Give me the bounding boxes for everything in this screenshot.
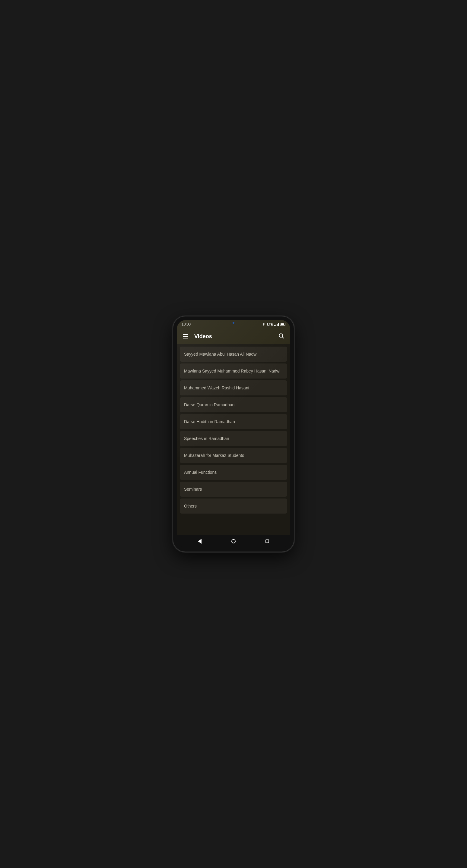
phone-shell: 10:00 LTE	[173, 316, 294, 552]
signal-bar-3	[276, 324, 278, 326]
search-icon	[278, 333, 284, 339]
battery-fill	[281, 323, 284, 325]
signal-bars	[274, 322, 279, 326]
list-item[interactable]: Annual Functions	[180, 465, 287, 480]
list-item-text: Darse Quran in Ramadhan	[184, 402, 234, 407]
list-item[interactable]: Muhammed Wazeh Rashid Hasani	[180, 380, 287, 396]
back-button[interactable]	[193, 536, 206, 546]
list-item[interactable]: Sayyed Mawlana Abul Hasan Ali Nadwi	[180, 347, 287, 362]
status-bar: 10:00 LTE	[177, 320, 290, 329]
nav-bar	[177, 535, 290, 548]
phone-screen: 10:00 LTE	[177, 320, 290, 548]
video-categories-list: Sayyed Mawlana Abul Hasan Ali NadwiMawla…	[177, 344, 290, 535]
list-item-text: Seminars	[184, 487, 202, 492]
camera-dot	[233, 322, 234, 324]
hamburger-line-2	[183, 336, 188, 337]
list-item-text: Darse Hadith in Ramadhan	[184, 419, 235, 424]
home-icon	[231, 539, 236, 544]
hamburger-line-1	[183, 334, 188, 335]
list-item[interactable]: Darse Hadith in Ramadhan	[180, 414, 287, 429]
lte-label: LTE	[267, 323, 273, 326]
app-bar: Videos	[177, 329, 290, 344]
recents-icon	[265, 539, 269, 543]
recents-button[interactable]	[261, 537, 274, 546]
list-item-text: Muhammed Wazeh Rashid Hasani	[184, 385, 249, 390]
list-item[interactable]: Others	[180, 498, 287, 514]
list-item[interactable]: Mawlana Sayyed Muhammed Rabey Hasani Nad…	[180, 364, 287, 378]
wifi-icon	[262, 323, 266, 326]
back-icon	[198, 539, 202, 544]
battery-icon	[280, 323, 285, 326]
home-button[interactable]	[227, 537, 240, 546]
hamburger-line-3	[183, 338, 188, 338]
svg-point-1	[279, 334, 283, 337]
svg-line-2	[282, 337, 284, 338]
list-item-text: Annual Functions	[184, 470, 216, 475]
signal-bar-1	[274, 325, 275, 326]
list-item-text: Sayyed Mawlana Abul Hasan Ali Nadwi	[184, 352, 258, 356]
list-item[interactable]: Speeches in Ramadhan	[180, 431, 287, 446]
status-time: 10:00	[182, 322, 191, 327]
search-button[interactable]	[276, 330, 287, 342]
list-item[interactable]: Darse Quran in Ramadhan	[180, 397, 287, 412]
list-item-text: Others	[184, 504, 197, 508]
list-item-text: Muhazarah for Markaz Students	[184, 453, 244, 458]
list-item[interactable]: Muhazarah for Markaz Students	[180, 448, 287, 463]
list-item[interactable]: Seminars	[180, 482, 287, 497]
list-item-text: Mawlana Sayyed Muhammed Rabey Hasani Nad…	[184, 369, 280, 373]
list-item-text: Speeches in Ramadhan	[184, 436, 229, 441]
app-title: Videos	[194, 333, 276, 340]
hamburger-button[interactable]	[180, 332, 191, 341]
signal-bar-4	[278, 323, 279, 326]
svg-point-0	[264, 325, 264, 326]
signal-bar-2	[275, 324, 276, 326]
status-icons: LTE	[262, 322, 285, 326]
